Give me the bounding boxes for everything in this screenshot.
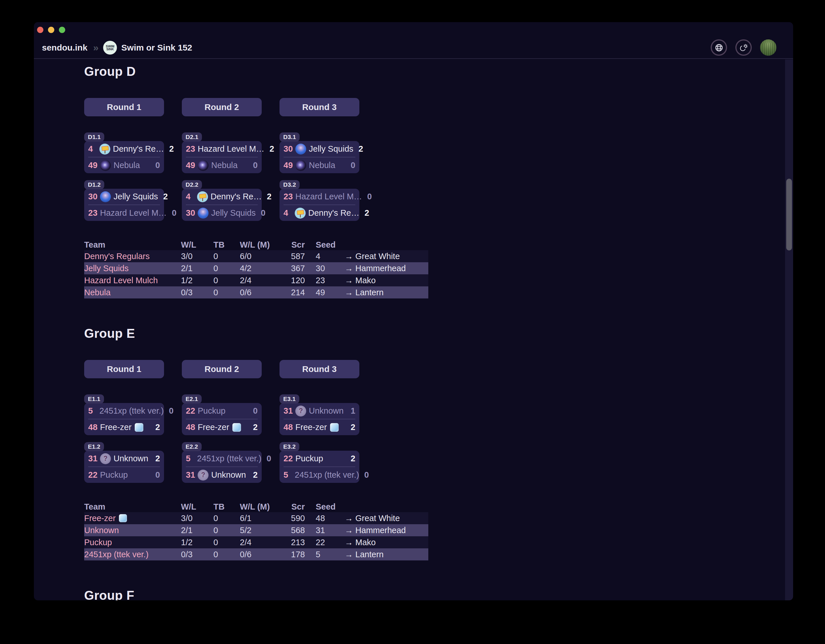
team-score: 0 (267, 454, 271, 463)
match-team-row: 49 Nebula 0 (182, 158, 262, 173)
round-2-button[interactable]: Round 2 (182, 98, 262, 116)
match-card[interactable]: E1.2 31 Unknown 2 22 Puckup (84, 442, 164, 483)
match-card[interactable]: D3.2 23 Hazard Level M… 0 4 Denny's (280, 180, 359, 221)
user-avatar[interactable] (760, 39, 776, 56)
scrollbar-track[interactable] (785, 59, 793, 600)
team-score: 0 (253, 406, 258, 415)
col-header-team: Team (84, 240, 181, 250)
match-id-badge: D1.1 (84, 133, 104, 142)
team-score: 2 (155, 423, 160, 432)
standings-tb: 0 (213, 550, 240, 559)
minimize-icon[interactable] (48, 27, 54, 33)
standings-wlm: 6/0 (240, 252, 291, 261)
brand-link[interactable]: sendou.ink (42, 43, 87, 53)
standings-team-link[interactable]: Puckup (84, 538, 181, 547)
match-card[interactable]: D2.2 4 Denny's Re… 2 30 Jelly Squid (182, 180, 262, 221)
match-card-body: 5 2451xp (ttek ver.) 0 48 Free-zer (84, 403, 164, 435)
match-card[interactable]: D3.1 30 Jelly Squids 2 49 Nebula (280, 133, 359, 173)
language-globe-button[interactable] (711, 39, 727, 56)
standings-team-name: Puckup (84, 538, 112, 547)
team-seed: 48 (284, 423, 293, 432)
match-team-row: 31 Unknown 1 (280, 403, 359, 419)
scrollbar-thumb[interactable] (786, 179, 792, 250)
col-header-wl: W/L (181, 502, 213, 511)
match-card-body: 22 Puckup 2 5 2451xp (ttek ver.) (280, 451, 359, 483)
round-3-button[interactable]: Round 3 (280, 360, 359, 378)
team-score: 2 (267, 192, 272, 201)
team-seed: 30 (284, 144, 293, 154)
match-id-badge: D2.1 (182, 133, 202, 142)
standings-team-link[interactable]: Free-zer (84, 514, 181, 523)
tournament-logo[interactable]: SWIM SINK (103, 41, 117, 54)
close-icon[interactable] (37, 27, 43, 33)
round-3-button[interactable]: Round 3 (280, 98, 359, 116)
match-card-body: 30 Jelly Squids 2 23 Hazard Level M… (84, 189, 164, 221)
standings-seed: 22 (305, 538, 345, 547)
navbar-actions (711, 39, 776, 56)
standings-wl: 1/2 (181, 538, 213, 547)
team-seed: 49 (284, 161, 293, 170)
standings-tb: 0 (213, 514, 240, 523)
standings-row: Hazard Level Mulch 1/2 0 2/4 120 23 → Ma… (84, 274, 428, 286)
round-2-button[interactable]: Round 2 (182, 360, 262, 378)
team-avatar-icon (198, 469, 209, 480)
match-card-body: 31 Unknown 1 48 Free-zer 2 (280, 403, 359, 435)
standings-header-row: Team W/L TB W/L (M) Scr Seed (84, 239, 428, 250)
standings-team-name: Unknown (84, 526, 119, 535)
col-header-scr: Scr (291, 502, 305, 511)
standings-team-link[interactable]: Jelly Squids (84, 264, 181, 273)
match-card[interactable]: E2.1 22 Puckup 0 48 Free-zer (182, 394, 262, 435)
standings-team-name: Hazard Level Mulch (84, 276, 158, 285)
standings-wl: 3/0 (181, 252, 213, 261)
theme-toggle-button[interactable] (735, 39, 752, 56)
standings-team-name: 2451xp (ttek ver.) (84, 550, 148, 559)
standings-team-link[interactable]: Hazard Level Mulch (84, 276, 181, 285)
match-card[interactable]: E2.2 5 2451xp (ttek ver.) 0 31 Unkn (182, 442, 262, 483)
match-card-body: 22 Puckup 0 48 Free-zer 2 (182, 403, 262, 435)
standings-seed: 30 (305, 264, 345, 273)
team-name: Denny's Re… (113, 144, 164, 154)
match-id-badge: D3.2 (280, 180, 300, 189)
standings-team-link[interactable]: Unknown (84, 526, 181, 535)
team-seed: 4 (186, 192, 195, 201)
match-card[interactable]: D1.1 4 Denny's Re… 2 49 Nebula (84, 133, 164, 173)
team-name: 2451xp (ttek ver.) (99, 406, 164, 415)
tournament-title-link[interactable]: Swim or Sink 152 (121, 43, 192, 53)
match-card[interactable]: E3.1 31 Unknown 1 48 Free-zer (280, 394, 359, 435)
team-score: 1 (351, 406, 355, 415)
standings-wl: 3/0 (181, 514, 213, 523)
standings-destination: → Lantern (345, 550, 428, 559)
team-score: 0 (364, 470, 369, 480)
standings-scr: 587 (291, 252, 305, 261)
match-card[interactable]: D1.2 30 Jelly Squids 2 23 Hazard Le (84, 180, 164, 221)
match-card-body: 5 2451xp (ttek ver.) 0 31 Unknown (182, 451, 262, 483)
round-1-button[interactable]: Round 1 (84, 98, 164, 116)
match-team-row: 30 Jelly Squids 2 (84, 189, 164, 204)
team-score: 0 (367, 192, 372, 201)
team-score: 2 (269, 144, 274, 154)
zoom-icon[interactable] (59, 27, 65, 33)
standings-team-link[interactable]: 2451xp (ttek ver.) (84, 550, 181, 559)
match-team-row: 4 Denny's Re… 2 (182, 189, 262, 204)
window-controls (37, 27, 65, 33)
col-header-wl: W/L (181, 240, 213, 250)
team-seed: 23 (186, 144, 195, 154)
team-score: 0 (351, 161, 355, 170)
round-1-button[interactable]: Round 1 (84, 360, 164, 378)
standings-team-link[interactable]: Denny's Regulars (84, 252, 181, 261)
standings-seed: 4 (305, 252, 345, 261)
standings-team-name: Nebula (84, 288, 111, 297)
standings-tb: 0 (213, 252, 240, 261)
team-seed: 31 (186, 470, 195, 480)
team-seed: 22 (284, 454, 293, 463)
match-card[interactable]: E1.1 5 2451xp (ttek ver.) 0 48 Free (84, 394, 164, 435)
match-card[interactable]: D2.1 23 Hazard Level M… 2 49 Nebula (182, 133, 262, 173)
standings-wlm: 4/2 (240, 264, 291, 273)
team-avatar-icon (100, 453, 111, 464)
standings-team-link[interactable]: Nebula (84, 288, 181, 297)
match-team-row: 4 Denny's Re… 2 (280, 205, 359, 221)
double-chevron-icon: » (93, 42, 97, 53)
match-card[interactable]: E3.2 22 Puckup 2 5 2451xp (ttek ver (280, 442, 359, 483)
match-id-badge: E3.2 (280, 442, 299, 451)
match-team-row: 48 Free-zer 2 (182, 419, 262, 435)
